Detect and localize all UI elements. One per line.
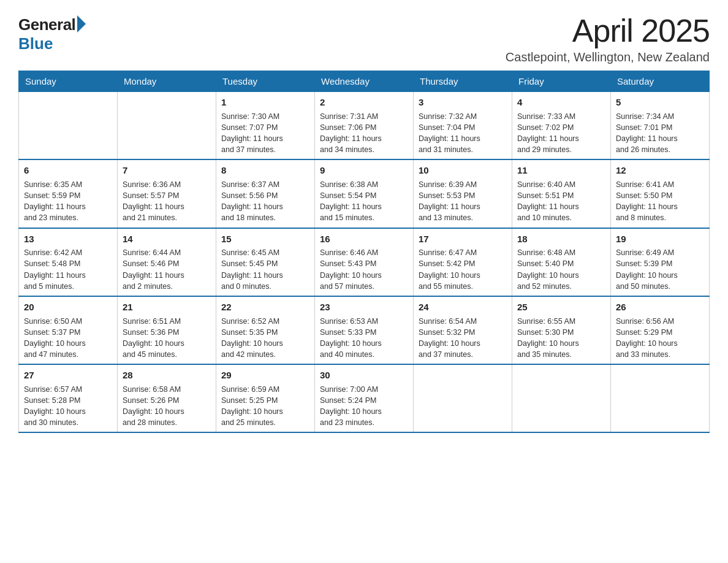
page-header: General Blue April 2025 Castlepoint, Wel… [18, 12, 710, 64]
day-detail: Sunrise: 6:45 AM Sunset: 5:45 PM Dayligh… [221, 247, 309, 292]
day-number: 20 [24, 301, 112, 314]
day-number: 18 [517, 232, 605, 246]
calendar-table: SundayMondayTuesdayWednesdayThursdayFrid… [18, 71, 710, 433]
calendar-day-cell: 4Sunrise: 7:33 AM Sunset: 7:02 PM Daylig… [512, 92, 611, 160]
calendar-day-cell: 9Sunrise: 6:38 AM Sunset: 5:54 PM Daylig… [315, 159, 414, 228]
day-number: 22 [221, 301, 309, 314]
day-detail: Sunrise: 6:57 AM Sunset: 5:28 PM Dayligh… [24, 384, 112, 429]
day-detail: Sunrise: 6:47 AM Sunset: 5:42 PM Dayligh… [419, 247, 507, 292]
day-detail: Sunrise: 6:35 AM Sunset: 5:59 PM Dayligh… [24, 179, 112, 224]
calendar-day-cell [118, 92, 216, 160]
calendar-day-cell: 26Sunrise: 6:56 AM Sunset: 5:29 PM Dayli… [611, 296, 710, 364]
day-number: 12 [616, 164, 704, 177]
calendar-day-cell: 18Sunrise: 6:48 AM Sunset: 5:40 PM Dayli… [512, 228, 611, 296]
day-detail: Sunrise: 6:46 AM Sunset: 5:43 PM Dayligh… [320, 247, 408, 292]
calendar-day-cell: 2Sunrise: 7:31 AM Sunset: 7:06 PM Daylig… [315, 92, 414, 160]
calendar-day-cell: 21Sunrise: 6:51 AM Sunset: 5:36 PM Dayli… [118, 296, 216, 364]
calendar-header-cell: Saturday [611, 71, 710, 92]
calendar-header-cell: Wednesday [315, 71, 414, 92]
day-number: 2 [320, 96, 408, 109]
calendar-day-cell: 3Sunrise: 7:32 AM Sunset: 7:04 PM Daylig… [414, 92, 512, 160]
day-detail: Sunrise: 6:41 AM Sunset: 5:50 PM Dayligh… [616, 179, 704, 224]
day-detail: Sunrise: 6:51 AM Sunset: 5:36 PM Dayligh… [123, 316, 211, 361]
day-number: 15 [221, 232, 309, 246]
calendar-day-cell: 29Sunrise: 6:59 AM Sunset: 5:25 PM Dayli… [216, 364, 315, 432]
day-number: 9 [320, 164, 408, 177]
day-number: 29 [221, 369, 309, 382]
day-detail: Sunrise: 7:33 AM Sunset: 7:02 PM Dayligh… [517, 111, 605, 156]
day-detail: Sunrise: 7:31 AM Sunset: 7:06 PM Dayligh… [320, 111, 408, 156]
calendar-week-row: 27Sunrise: 6:57 AM Sunset: 5:28 PM Dayli… [19, 364, 710, 432]
calendar-day-cell: 1Sunrise: 7:30 AM Sunset: 7:07 PM Daylig… [216, 92, 315, 160]
calendar-day-cell: 5Sunrise: 7:34 AM Sunset: 7:01 PM Daylig… [611, 92, 710, 160]
calendar-header-cell: Sunday [19, 71, 118, 92]
day-detail: Sunrise: 7:00 AM Sunset: 5:24 PM Dayligh… [320, 384, 408, 429]
calendar-day-cell: 17Sunrise: 6:47 AM Sunset: 5:42 PM Dayli… [414, 228, 512, 296]
day-detail: Sunrise: 6:49 AM Sunset: 5:39 PM Dayligh… [616, 247, 704, 292]
calendar-day-cell: 12Sunrise: 6:41 AM Sunset: 5:50 PM Dayli… [611, 159, 710, 228]
day-detail: Sunrise: 6:40 AM Sunset: 5:51 PM Dayligh… [517, 179, 605, 224]
day-number: 6 [24, 164, 112, 177]
logo-general-text: General [18, 15, 75, 34]
day-detail: Sunrise: 7:32 AM Sunset: 7:04 PM Dayligh… [419, 111, 507, 156]
calendar-day-cell: 15Sunrise: 6:45 AM Sunset: 5:45 PM Dayli… [216, 228, 315, 296]
day-number: 16 [320, 232, 408, 246]
calendar-week-row: 1Sunrise: 7:30 AM Sunset: 7:07 PM Daylig… [19, 92, 710, 160]
day-number: 4 [517, 96, 605, 109]
calendar-day-cell: 7Sunrise: 6:36 AM Sunset: 5:57 PM Daylig… [118, 159, 216, 228]
calendar-day-cell: 14Sunrise: 6:44 AM Sunset: 5:46 PM Dayli… [118, 228, 216, 296]
day-detail: Sunrise: 6:37 AM Sunset: 5:56 PM Dayligh… [221, 179, 309, 224]
calendar-title: April 2025 [506, 12, 710, 49]
title-block: April 2025 Castlepoint, Wellington, New … [506, 12, 710, 64]
logo: General Blue [18, 12, 86, 53]
day-number: 21 [123, 301, 211, 314]
calendar-header-cell: Tuesday [216, 71, 315, 92]
day-detail: Sunrise: 7:30 AM Sunset: 7:07 PM Dayligh… [221, 111, 309, 156]
day-number: 14 [123, 232, 211, 246]
day-detail: Sunrise: 6:44 AM Sunset: 5:46 PM Dayligh… [123, 247, 211, 292]
day-number: 1 [221, 96, 309, 109]
calendar-day-cell [414, 364, 512, 432]
day-detail: Sunrise: 6:50 AM Sunset: 5:37 PM Dayligh… [24, 316, 112, 361]
calendar-day-cell: 10Sunrise: 6:39 AM Sunset: 5:53 PM Dayli… [414, 159, 512, 228]
calendar-week-row: 20Sunrise: 6:50 AM Sunset: 5:37 PM Dayli… [19, 296, 710, 364]
day-detail: Sunrise: 6:39 AM Sunset: 5:53 PM Dayligh… [419, 179, 507, 224]
calendar-header-cell: Thursday [414, 71, 512, 92]
day-number: 17 [419, 232, 507, 246]
calendar-day-cell: 25Sunrise: 6:55 AM Sunset: 5:30 PM Dayli… [512, 296, 611, 364]
calendar-day-cell: 22Sunrise: 6:52 AM Sunset: 5:35 PM Dayli… [216, 296, 315, 364]
calendar-week-row: 13Sunrise: 6:42 AM Sunset: 5:48 PM Dayli… [19, 228, 710, 296]
day-detail: Sunrise: 6:48 AM Sunset: 5:40 PM Dayligh… [517, 247, 605, 292]
calendar-day-cell [611, 364, 710, 432]
calendar-day-cell: 27Sunrise: 6:57 AM Sunset: 5:28 PM Dayli… [19, 364, 118, 432]
day-number: 7 [123, 164, 211, 177]
calendar-day-cell: 30Sunrise: 7:00 AM Sunset: 5:24 PM Dayli… [315, 364, 414, 432]
day-number: 26 [616, 301, 704, 314]
day-number: 30 [320, 369, 408, 382]
logo-triangle-icon [77, 15, 86, 33]
day-number: 5 [616, 96, 704, 109]
day-number: 10 [419, 164, 507, 177]
calendar-day-cell: 6Sunrise: 6:35 AM Sunset: 5:59 PM Daylig… [19, 159, 118, 228]
calendar-day-cell: 11Sunrise: 6:40 AM Sunset: 5:51 PM Dayli… [512, 159, 611, 228]
calendar-header: SundayMondayTuesdayWednesdayThursdayFrid… [19, 71, 710, 92]
calendar-day-cell: 19Sunrise: 6:49 AM Sunset: 5:39 PM Dayli… [611, 228, 710, 296]
day-detail: Sunrise: 6:58 AM Sunset: 5:26 PM Dayligh… [123, 384, 211, 429]
calendar-day-cell: 8Sunrise: 6:37 AM Sunset: 5:56 PM Daylig… [216, 159, 315, 228]
day-number: 28 [123, 369, 211, 382]
calendar-day-cell: 24Sunrise: 6:54 AM Sunset: 5:32 PM Dayli… [414, 296, 512, 364]
calendar-day-cell: 20Sunrise: 6:50 AM Sunset: 5:37 PM Dayli… [19, 296, 118, 364]
day-detail: Sunrise: 6:56 AM Sunset: 5:29 PM Dayligh… [616, 316, 704, 361]
calendar-day-cell: 13Sunrise: 6:42 AM Sunset: 5:48 PM Dayli… [19, 228, 118, 296]
day-detail: Sunrise: 6:36 AM Sunset: 5:57 PM Dayligh… [123, 179, 211, 224]
day-detail: Sunrise: 6:38 AM Sunset: 5:54 PM Dayligh… [320, 179, 408, 224]
day-number: 23 [320, 301, 408, 314]
day-number: 19 [616, 232, 704, 246]
calendar-header-cell: Friday [512, 71, 611, 92]
day-number: 13 [24, 232, 112, 246]
logo-blue-text: Blue [18, 34, 53, 53]
calendar-header-row: SundayMondayTuesdayWednesdayThursdayFrid… [19, 71, 710, 92]
calendar-day-cell [19, 92, 118, 160]
calendar-day-cell: 28Sunrise: 6:58 AM Sunset: 5:26 PM Dayli… [118, 364, 216, 432]
day-detail: Sunrise: 6:59 AM Sunset: 5:25 PM Dayligh… [221, 384, 309, 429]
